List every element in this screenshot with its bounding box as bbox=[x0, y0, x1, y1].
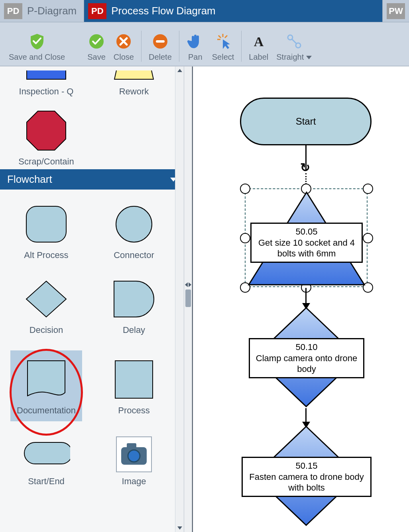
connector-line-icon bbox=[285, 33, 303, 50]
shape-connector[interactable]: Connector bbox=[98, 202, 170, 260]
check-circle-icon bbox=[88, 33, 105, 50]
tab-badge: PD bbox=[4, 3, 22, 19]
x-circle-icon bbox=[115, 33, 132, 50]
splitter[interactable] bbox=[184, 66, 192, 532]
svg-rect-19 bbox=[24, 442, 70, 464]
shape-label: Connector bbox=[114, 250, 154, 260]
splitter-collapse-left-icon[interactable] bbox=[185, 282, 188, 287]
node-id: 50.05 bbox=[295, 226, 317, 237]
palette-scroll: Inspection - Q Rework Sc bbox=[0, 66, 184, 532]
shape-alt-process[interactable]: Alt Process bbox=[10, 202, 82, 260]
letter-a-icon: A bbox=[250, 33, 267, 50]
palette-scrollbar[interactable] bbox=[175, 66, 184, 532]
shape-label: Start/End bbox=[28, 476, 65, 487]
button-label: Pan bbox=[188, 53, 203, 62]
svg-rect-15 bbox=[26, 206, 66, 242]
connector-line[interactable] bbox=[305, 408, 307, 422]
shape-label: Rework bbox=[119, 86, 149, 97]
close-button[interactable]: Close bbox=[110, 31, 138, 62]
connector-line[interactable] bbox=[305, 288, 307, 304]
toolbar-separator bbox=[179, 31, 179, 62]
hand-icon bbox=[187, 33, 204, 50]
main-area: Inspection - Q Rework Sc bbox=[0, 66, 409, 532]
splitter-collapse-right-icon[interactable] bbox=[189, 282, 191, 287]
svg-line-11 bbox=[292, 39, 297, 44]
svg-line-6 bbox=[218, 35, 221, 38]
tab-process-flow-diagram[interactable]: PD Process Flow Diagram bbox=[84, 0, 383, 22]
tab-label: P-Diagram bbox=[27, 5, 77, 17]
shape-rework[interactable]: Rework bbox=[98, 70, 170, 97]
section-title: Flowchart bbox=[7, 173, 52, 186]
tab-badge: PW bbox=[387, 3, 405, 19]
button-label: Delete bbox=[149, 53, 172, 62]
shape-label: Process bbox=[118, 405, 149, 416]
shape-label: Image bbox=[122, 476, 146, 487]
svg-marker-17 bbox=[26, 281, 66, 317]
tab-badge: PD bbox=[88, 3, 106, 19]
delete-button[interactable]: Delete bbox=[145, 31, 176, 62]
straight-button[interactable]: Straight bbox=[272, 31, 316, 62]
shape-label: Decision bbox=[29, 325, 63, 335]
node-desc: Clamp camera onto drone body bbox=[254, 353, 359, 375]
svg-rect-3 bbox=[156, 40, 165, 43]
shape-scrap-contain[interactable]: Scrap/Contain bbox=[10, 109, 82, 167]
shape-label: Documentation bbox=[17, 405, 76, 416]
node-start[interactable]: Start bbox=[240, 98, 372, 145]
node-textbox-2[interactable]: 50.10 Clamp camera onto drone body bbox=[249, 338, 364, 378]
svg-marker-14 bbox=[27, 111, 66, 150]
diagram-canvas[interactable]: Start ↻ bbox=[192, 66, 409, 532]
splitter-grip-icon[interactable] bbox=[185, 289, 191, 307]
node-id: 50.15 bbox=[295, 460, 317, 471]
shield-check-icon bbox=[28, 33, 46, 50]
svg-rect-12 bbox=[27, 70, 66, 79]
pan-button[interactable]: Pan bbox=[183, 31, 208, 62]
toolbar-separator bbox=[141, 31, 142, 62]
svg-text:A: A bbox=[254, 34, 264, 49]
save-button[interactable]: Save bbox=[83, 31, 110, 62]
chevron-down-icon bbox=[306, 56, 312, 59]
svg-line-7 bbox=[225, 35, 227, 38]
scroll-up-icon[interactable] bbox=[177, 69, 182, 72]
minus-circle-icon bbox=[151, 33, 169, 50]
select-button[interactable]: Select bbox=[208, 31, 238, 62]
shape-label: Scrap/Contain bbox=[18, 156, 74, 167]
node-textbox-3[interactable]: 50.15 Fasten camera to drone body with b… bbox=[242, 457, 372, 497]
label-button[interactable]: A Label bbox=[245, 31, 272, 62]
tab-next[interactable]: PW bbox=[383, 0, 409, 22]
save-and-close-button[interactable]: Save and Close bbox=[5, 31, 69, 62]
button-label: Save bbox=[87, 53, 106, 62]
scroll-down-icon[interactable] bbox=[177, 526, 182, 530]
shape-palette: Inspection - Q Rework Sc bbox=[0, 66, 184, 532]
shape-delay[interactable]: Delay bbox=[98, 277, 170, 335]
svg-point-16 bbox=[116, 206, 152, 242]
node-label: Start bbox=[296, 116, 316, 127]
shape-label: Inspection - Q bbox=[19, 86, 74, 97]
node-textbox-1[interactable]: 50.05 Get size 10 socket and 4 bolts wit… bbox=[250, 223, 363, 263]
shape-label: Alt Process bbox=[24, 250, 68, 260]
shape-inspection-q[interactable]: Inspection - Q bbox=[10, 70, 82, 97]
shape-process[interactable]: Process bbox=[98, 350, 170, 421]
button-label: Save and Close bbox=[9, 53, 65, 62]
rotate-handle-icon[interactable]: ↻ bbox=[300, 160, 310, 174]
shape-image[interactable]: Image bbox=[98, 436, 170, 487]
button-label: Close bbox=[114, 53, 134, 62]
tab-bar: PD P-Diagram PD Process Flow Diagram PW bbox=[0, 0, 409, 22]
node-desc: Get size 10 socket and 4 bolts with 6mm bbox=[256, 237, 358, 259]
tab-p-diagram[interactable]: PD P-Diagram bbox=[0, 0, 84, 22]
shape-start-end[interactable]: Start/End bbox=[10, 436, 82, 487]
button-label: Straight bbox=[276, 53, 312, 62]
button-label: Select bbox=[212, 53, 234, 62]
button-label: Label bbox=[249, 53, 268, 62]
node-desc: Fasten camera to drone body with bolts bbox=[247, 471, 366, 493]
shape-label: Delay bbox=[123, 325, 145, 335]
svg-rect-18 bbox=[115, 361, 153, 398]
tab-label: Process Flow Diagram bbox=[111, 5, 216, 17]
section-flowchart[interactable]: Flowchart bbox=[0, 169, 184, 190]
shape-decision[interactable]: Decision bbox=[10, 277, 82, 335]
toolbar: Save and Close Save Close Delete Pan bbox=[0, 22, 409, 66]
shape-documentation[interactable]: Documentation bbox=[10, 350, 82, 421]
svg-marker-13 bbox=[114, 70, 153, 79]
pointer-click-icon bbox=[214, 33, 232, 50]
svg-rect-22 bbox=[127, 443, 136, 449]
node-id: 50.10 bbox=[295, 342, 317, 353]
